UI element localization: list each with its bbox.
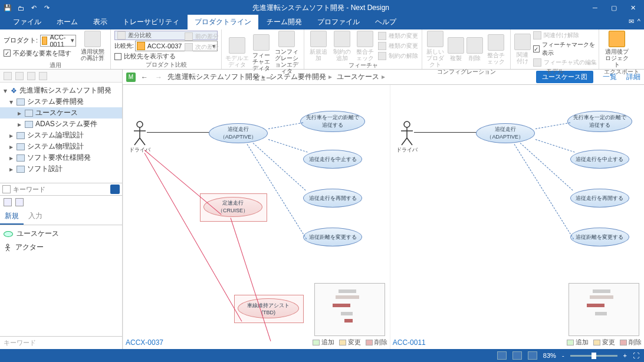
svg-line-3 [6,249,8,251]
feature-check-button[interactable]: 整合チェック [354,31,376,61]
tree-item[interactable]: ▾システム要件開発 [0,96,122,107]
uc-adaptive[interactable]: 追従走行（ADAPTIVE） [209,123,268,143]
status-view-button[interactable] [528,351,537,360]
ribbon-tabs: ファイル ホーム 表示 トレーサビリティ プロダクトライン チーム開発 プロファ… [0,16,644,29]
tree-tool-icon[interactable] [39,72,47,80]
palette-tab-input[interactable]: 入力 [24,209,47,225]
arrow-down-icon [185,43,193,51]
tree-item-selected[interactable]: ▸ユースケース [0,107,122,119]
tab-home[interactable]: ホーム [50,15,85,29]
uc-resume[interactable]: 追従走行を再開する [570,189,629,208]
minimap[interactable] [314,283,385,336]
feature-editor-button[interactable]: フィーチャエディタ [251,34,271,71]
undo-icon[interactable]: ↶ [29,4,38,12]
filter-go-icon[interactable] [110,185,120,194]
link-icon [514,34,531,50]
product-value: ACC-0011 [50,34,68,48]
uc-lead[interactable]: 先行車を一定の距離で追従する [300,111,365,132]
diagram-right[interactable]: ドライバ 追従走行（ADAPTIVE） 先行車を一定の距離で追従する 追従走行を… [390,85,644,349]
close-button[interactable]: ✕ [629,4,637,12]
tab-help[interactable]: ヘルプ [368,15,403,29]
palette-item-usecase[interactable]: ユースケース [4,229,119,239]
tree-item[interactable]: ▸ソフト設計 [0,163,122,175]
save-icon[interactable]: 💾 [4,4,12,12]
tree-item[interactable]: ▸ソフト要求仕様開発 [0,152,122,163]
status-view-button[interactable] [512,351,522,360]
tab-view[interactable]: 表示 [86,15,114,29]
tab-team[interactable]: チーム開発 [259,15,309,29]
palette-tab-new[interactable]: 新規 [0,209,24,225]
nav-forward-button[interactable]: → [153,73,164,81]
diagram-left[interactable]: ドライバ 追従走行（ADAPTIVE） 先行車を一定の距離で追従する 追従走行を… [123,85,390,349]
edit-expr-button[interactable]: フィーチャ式の編集 [533,58,597,67]
recalc-button[interactable]: 適用状態の再計算 [78,31,107,61]
prev-diff-button[interactable]: 前の差分 [185,32,219,41]
zoom-in-button[interactable]: + [623,352,627,359]
export-button[interactable]: 適用後プロジェクト [603,31,631,68]
change-kind-button[interactable]: 種類の変更 [378,31,418,41]
redo-icon[interactable]: ↷ [42,4,51,12]
unrelate-button[interactable]: 関連付け解除 [533,31,597,40]
trash-icon [466,37,483,54]
delete-button[interactable]: 削除 [466,37,483,61]
config-editor-button[interactable]: コンフィグレーションエディタ [274,31,300,74]
constraint-add-button[interactable]: 制約の追加 [331,31,353,61]
new-icon [427,31,443,47]
config-check-button[interactable]: 整合チェック [485,34,507,65]
relate-button[interactable]: 関連付け [514,34,531,64]
uc-distance[interactable]: 追従距離を変更する [570,228,629,246]
minimap[interactable] [569,283,639,336]
tab-profile[interactable]: プロファイル [310,15,367,29]
show-compare-target-checkbox[interactable]: 比較先を表示する [114,52,218,61]
tree-item[interactable]: ▸システム物理設計 [0,141,122,152]
palette-item-actor[interactable]: アクター [4,242,119,252]
change-kind2-button[interactable]: 種類の変更 [378,41,418,51]
palette-tool-icon[interactable] [4,198,12,206]
uc-lead[interactable]: 先行車を一定の距離で追従する [567,111,632,132]
zoom-slider[interactable] [570,355,617,357]
tab-productline[interactable]: プロダクトライン [188,15,258,29]
folder-icon[interactable]: 🗀 [17,4,25,12]
minimize-button[interactable]: ─ [591,4,599,12]
maximize-button[interactable]: ▢ [610,4,618,12]
hide-unneeded-checkbox[interactable]: ✓ 不必要な要素を隠す [4,49,76,58]
bottom-keyword[interactable]: キーワード [0,336,122,349]
mail-icon[interactable]: ✉ [629,18,634,25]
duplicate-button[interactable]: 複製 [448,37,464,61]
uc-distance[interactable]: 追従距離を変更する [303,228,362,246]
tree-item[interactable]: ▸ADASシステム要件 [0,119,122,130]
tree-tool-icon[interactable] [27,72,35,80]
zoom-out-button[interactable]: - [562,352,564,359]
uc-adaptive[interactable]: 追従走行（ADAPTIVE） [476,123,535,143]
next-diff-button[interactable]: 次の差分 [185,42,219,52]
tree-item[interactable]: ▸システム論理設計 [0,130,122,141]
remove-constraint-button[interactable]: 制約の解除 [378,51,418,61]
nav-back-button[interactable]: ← [139,73,150,81]
filter-icon[interactable] [2,185,11,193]
actor-node[interactable]: ドライバ [396,120,418,154]
uc-stop[interactable]: 追従走行を中止する [303,150,362,169]
uc-lane[interactable]: 車線維持アシスト(TBD) [238,298,299,318]
tree-tool-icon[interactable] [4,72,12,80]
palette-tool-icon[interactable] [15,198,24,206]
model-badge: M [126,73,136,82]
new-product-button[interactable]: 新しいプロダクト [426,31,445,68]
svg-line-4 [8,249,9,251]
collapse-ribbon-icon[interactable]: ^ [638,18,640,25]
actor-node[interactable]: ドライバ [129,120,150,154]
uc-stop[interactable]: 追従走行を中止する [570,150,629,169]
model-editor-button[interactable]: モデルエディタ [225,37,249,68]
tab-file[interactable]: ファイル [6,15,48,29]
fullscreen-icon[interactable]: ⛶ [633,352,639,359]
tree-root[interactable]: ▾❖先進運転システムソフト開発 [0,85,122,96]
filter-input[interactable] [13,186,108,193]
feature-add-button[interactable]: 新規追加 [308,31,329,61]
uc-resume[interactable]: 追従走行を再開する [303,189,362,208]
show-marks-checkbox[interactable]: ✓フィーチャマークを表示 [533,41,597,57]
constraint-icon [334,31,350,47]
ribbon: プロダクト: ACC-0011 ▾ ✓ 不必要な要素を隠す 適用状態の再計算 適… [0,29,644,70]
product-combo[interactable]: ACC-0011 ▾ [40,35,76,47]
status-view-button[interactable] [497,351,507,360]
tree-tool-icon[interactable] [15,72,24,80]
tab-traceability[interactable]: トレーサビリティ [116,15,186,29]
